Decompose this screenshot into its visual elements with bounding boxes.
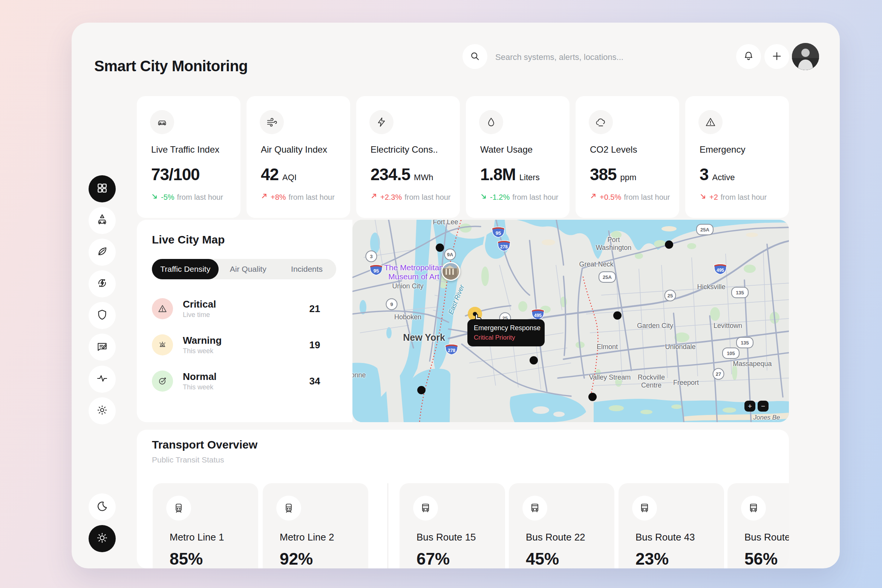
svg-text:495: 495 <box>534 313 542 318</box>
sidebar-item-settings[interactable] <box>89 397 116 424</box>
search-button[interactable] <box>462 44 487 69</box>
stat-label: CO2 Levels <box>590 144 637 155</box>
bus-icon <box>741 496 766 521</box>
leaf-icon <box>96 245 108 259</box>
sidebar-item-energy[interactable] <box>89 270 116 297</box>
route-shield: 25 <box>665 290 676 302</box>
interstate-shield: 278 <box>444 343 459 355</box>
dashboard-surface: Smart City Monitoring <box>72 23 840 568</box>
bus-icon <box>632 496 657 521</box>
tab-air-quality[interactable]: Air Quality <box>219 259 277 279</box>
route-shield: 135 <box>731 287 749 298</box>
stat-label: Air Quality Index <box>261 144 327 155</box>
stat-value: 3 <box>700 165 708 184</box>
train-icon <box>166 496 191 521</box>
trend-down-icon <box>151 192 159 202</box>
sidebar-item-activity[interactable] <box>89 366 116 393</box>
bus-icon <box>413 496 438 521</box>
stat-change-value: -1.2% <box>490 193 510 202</box>
stat-label: Water Usage <box>480 144 533 155</box>
activity-icon <box>96 372 108 386</box>
map-place-label[interactable]: The Metropolitan Museum of Art <box>382 263 446 281</box>
alert-triangle-icon <box>152 298 173 319</box>
theme-toggle-dark[interactable] <box>89 493 116 521</box>
map-place-label: Great Neck <box>579 260 613 268</box>
route-shield: 25A <box>696 224 714 235</box>
stat-value: 1.8M <box>480 165 516 184</box>
stat-label: Live Traffic Index <box>151 144 219 155</box>
sidebar-item-reports[interactable] <box>89 334 116 361</box>
live-map-title: Live City Map <box>152 233 225 246</box>
search-input[interactable] <box>495 51 658 64</box>
legend-sublabel: This week <box>183 383 292 391</box>
theme-toggle-light[interactable] <box>89 525 116 552</box>
trend-down-icon <box>480 192 488 202</box>
transit-card-bus-22: Bus Route 22 45% <box>509 483 614 568</box>
transit-card-metro-2: Metro Line 2 92% <box>263 483 368 568</box>
stat-card-traffic: Live Traffic Index 73/100 -5%from last h… <box>137 96 240 218</box>
trend-up-icon <box>590 192 598 202</box>
transit-value: 92% <box>280 550 313 568</box>
map-place-label: Bayonne <box>352 371 366 379</box>
interstate-shield: 495 <box>530 308 545 320</box>
sidebar-item-environment[interactable] <box>89 239 116 266</box>
map-marker-dot[interactable] <box>588 393 597 401</box>
transport-overview-section: Transport Overview Public Transit Status… <box>137 430 789 568</box>
route-shield: 25A <box>599 271 616 283</box>
sidebar-item-security[interactable] <box>89 302 116 329</box>
stat-unit: Active <box>712 173 735 182</box>
map-marker-dot[interactable] <box>613 311 622 320</box>
transit-card-bus-15: Bus Route 15 67% <box>400 483 505 568</box>
zap-icon <box>369 110 394 134</box>
stat-change-value: -5% <box>161 193 175 202</box>
route-shield: 3 <box>366 251 377 262</box>
legend-item-warning[interactable]: Warning This week 19 <box>152 334 337 355</box>
svg-text:278: 278 <box>500 244 508 250</box>
route-shield: 135 <box>736 337 753 348</box>
sidebar-item-traffic[interactable] <box>89 207 116 234</box>
stat-value: 42 <box>261 165 279 184</box>
live-map-panel: Live City Map Traffic Density Air Qualit… <box>137 220 352 422</box>
transit-value: 23% <box>635 550 669 568</box>
add-button[interactable] <box>764 44 789 69</box>
map-marker-dot[interactable] <box>665 240 673 249</box>
tab-incidents[interactable]: Incidents <box>277 259 336 279</box>
city-map[interactable]: Fort Lee The Metropolitan Museum of Art … <box>352 220 789 422</box>
map-place-label: Hoboken <box>394 313 421 321</box>
search-icon <box>470 51 480 63</box>
sidebar-item-dashboard[interactable] <box>89 175 116 202</box>
interstate-shield: 278 <box>496 239 511 252</box>
map-marker-dot[interactable] <box>436 243 444 252</box>
stat-value: 73/100 <box>151 165 200 184</box>
map-zoom-out-button[interactable]: − <box>758 401 769 412</box>
transit-label: Metro Line 2 <box>280 531 334 543</box>
legend-item-normal[interactable]: Normal This week 34 <box>152 371 337 392</box>
stat-change-note: from last hour <box>512 193 558 202</box>
interstate-shield: 95 <box>491 225 506 238</box>
svg-text:95: 95 <box>374 268 379 274</box>
page-title: Smart City Monitoring <box>94 57 248 75</box>
map-place-label: Levittown <box>714 322 742 330</box>
map-marker-dot[interactable] <box>417 386 426 394</box>
notifications-button[interactable] <box>736 44 761 69</box>
stat-value: 234.5 <box>371 165 410 184</box>
legend-count: 21 <box>292 303 337 315</box>
map-place-label: Freeport <box>673 379 699 387</box>
moon-icon <box>96 500 108 514</box>
user-avatar[interactable] <box>792 43 819 70</box>
tab-traffic-density[interactable]: Traffic Density <box>152 259 219 279</box>
transit-label: Bus Route 22 <box>526 531 585 543</box>
legend-item-critical[interactable]: Critical Live time 21 <box>152 298 337 319</box>
map-zoom-in-button[interactable]: + <box>744 401 755 412</box>
car-icon <box>150 110 174 134</box>
plus-icon <box>772 51 782 63</box>
transport-title: Transport Overview <box>152 438 257 451</box>
wind-icon <box>260 110 284 134</box>
map-marker-dot[interactable] <box>530 356 538 364</box>
met-museum-photo-marker[interactable] <box>441 262 460 281</box>
bell-icon <box>743 51 754 63</box>
route-shield: 105 <box>722 348 740 359</box>
route-shield: 27 <box>713 368 724 380</box>
transit-value: 56% <box>744 550 778 568</box>
map-place-label: Union City <box>392 282 423 290</box>
